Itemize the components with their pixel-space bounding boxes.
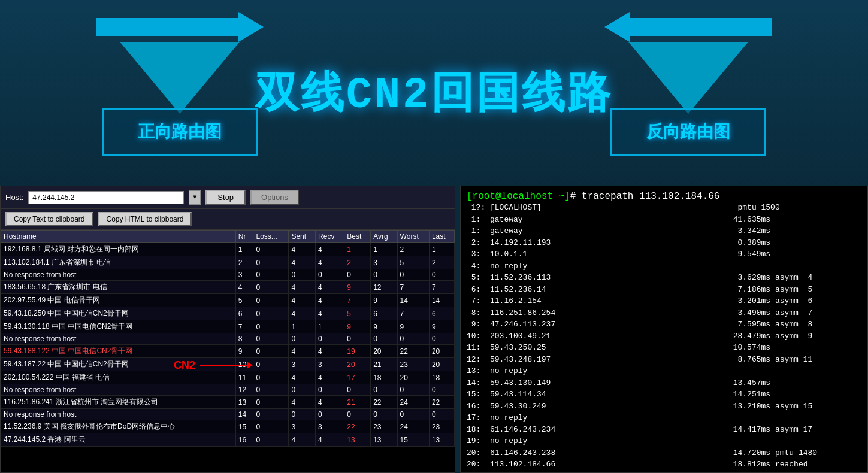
copy-text-button[interactable]: Copy Text to clipboard xyxy=(5,212,93,226)
mtr-table: HostnameNrLoss...SentRecvBestAvrgWorstLa… xyxy=(1,230,455,472)
table-row: 202.100.54.222 中国 福建省 电信1104417182018 xyxy=(1,371,455,384)
table-header: Loss... xyxy=(253,231,289,243)
terminal-line: 3: 10.0.1.1 9.549ms xyxy=(467,248,861,260)
terminal-line: 11: 59.43.250.25 10.574ms xyxy=(467,342,861,354)
terminal-line: 14: 59.43.130.149 13.457ms xyxy=(467,377,861,389)
table-header: Avrg xyxy=(371,231,397,243)
table-row: 59.43.130.118 中国 中国电信CN2骨干网70119999 xyxy=(1,320,455,333)
table-row: 113.102.184.1 广东省深圳市 电信20442352 xyxy=(1,256,455,269)
terminal-line: 10: 203.100.49.21 28.479ms asymm 9 xyxy=(467,331,861,342)
right-triangle-down xyxy=(628,42,748,114)
left-triangle-down xyxy=(120,42,240,114)
table-row: 116.251.86.241 浙江省杭州市 淘宝网络有限公司1304421222… xyxy=(1,396,455,409)
right-panel-wrapper: [root@localhost ~]# tracepath 113.102.18… xyxy=(460,186,868,473)
terminal-content: [root@localhost ~]# tracepath 113.102.18… xyxy=(467,191,861,473)
host-label: Host: xyxy=(5,193,23,202)
dropdown-btn[interactable]: ▼ xyxy=(189,190,201,205)
right-label: 反向路由图 xyxy=(646,120,730,143)
main-title: 双线CN2回国线路 xyxy=(255,64,613,122)
terminal-line: 9: 47.246.113.237 7.595ms asymm 8 xyxy=(467,319,861,331)
table-row: 47.244.145.2 香港 阿里云1604413131513 xyxy=(1,433,455,447)
stop-button[interactable]: Stop xyxy=(205,190,246,205)
terminal-line: 1: gateway 41.635ms xyxy=(467,214,861,226)
terminal-line: 18: 61.146.243.234 14.417ms asymm 17 xyxy=(467,424,861,436)
host-input[interactable] xyxy=(28,191,184,204)
terminal-line: 1?: [LOCALHOST] pmtu 1500 xyxy=(467,202,861,214)
terminal-line: 15: 59.43.114.34 14.251ms xyxy=(467,389,861,401)
table-row: 11.52.236.9 美国 俄亥俄外哥伦布市DoD网络信息中心15033222… xyxy=(1,420,455,433)
table-row: No response from host120000000 xyxy=(1,384,455,396)
terminal-line: 17: no reply xyxy=(467,412,861,424)
cn2-label-left: CN2 xyxy=(174,359,195,372)
table-row: No response from host80000000 xyxy=(1,333,455,345)
table-row: No response from host140000000 xyxy=(1,409,455,420)
terminal-panel: [root@localhost ~]# tracepath 113.102.18… xyxy=(460,186,868,473)
terminal-prompt-line: [root@localhost ~]# tracepath 113.102.18… xyxy=(467,191,861,202)
terminal-line: 16: 59.43.30.249 13.210ms asymm 15 xyxy=(467,401,861,413)
table-row: No response from host30000000 xyxy=(1,269,455,281)
table-header: Hostname xyxy=(1,231,236,243)
table-header: Worst xyxy=(397,231,429,243)
terminal-line: 8: 116.251.86.254 3.490ms asymm 7 xyxy=(467,307,861,319)
terminal-line: 2: 14.192.11.193 0.389ms xyxy=(467,237,861,249)
terminal-line: 6: 11.52.236.14 7.186ms asymm 5 xyxy=(467,284,861,296)
copy-html-button[interactable]: Copy HTML to clipboard xyxy=(98,212,192,226)
terminal-line: 20: 113.102.184.66 18.812ms reached xyxy=(467,459,861,471)
table-row: 202.97.55.49 中国 电信骨干网5044791414 xyxy=(1,294,455,307)
terminal-line: 12: 59.43.248.197 8.765ms asymm 11 xyxy=(467,354,861,366)
terminal-line: 19: no reply xyxy=(467,435,861,447)
left-panel: Host: ▼ Stop Options Copy Text to clipbo… xyxy=(0,186,455,473)
terminal-line: 4: no reply xyxy=(467,260,861,272)
terminal-line: 7: 11.16.2.154 3.201ms asymm 6 xyxy=(467,295,861,307)
left-label: 正向路由图 xyxy=(138,120,222,143)
table-row: 192.168.8.1 局域网 对方和您在同一内部网10441121 xyxy=(1,243,455,256)
options-button[interactable]: Options xyxy=(250,190,299,205)
bottom-section: Host: ▼ Stop Options Copy Text to clipbo… xyxy=(0,186,868,473)
right-label-box: 反向路由图 xyxy=(610,108,766,156)
table-row: 183.56.65.18 广东省深圳市 电信404491277 xyxy=(1,281,455,294)
clipboard-bar: Copy Text to clipboard Copy HTML to clip… xyxy=(1,209,455,230)
table-row: 59.43.188.122 中国 中国电信CN2骨干网904419202220 xyxy=(1,345,455,358)
top-banner: 正向路由图 双线CN2回国线路 反向路由图 xyxy=(0,0,868,186)
left-arrow-group: 正向路由图 xyxy=(96,12,264,156)
table-header: Best xyxy=(344,231,371,243)
terminal-line: 5: 11.52.236.113 3.629ms asymm 4 xyxy=(467,272,861,284)
left-label-box: 正向路由图 xyxy=(102,108,258,156)
right-horizontal-arrow xyxy=(604,12,772,42)
table-header: Last xyxy=(429,231,454,243)
toolbar: Host: ▼ Stop Options xyxy=(1,186,455,209)
table-row: 59.43.18.250 中国 中国电信CN2骨干网60445676 xyxy=(1,307,455,320)
terminal-line: 20: 61.146.243.238 14.720ms pmtu 1480 xyxy=(467,447,861,459)
cn2-annotation-left: CN2 xyxy=(174,359,248,372)
right-arrow-group: 反向路由图 xyxy=(604,12,772,156)
table-header: Nr xyxy=(235,231,253,243)
terminal-line: Resume: pmtu 1480 hops 20 back 17 xyxy=(467,471,861,474)
left-horizontal-arrow xyxy=(96,12,264,42)
table-header: Recv xyxy=(316,231,344,243)
table-header: Sent xyxy=(289,231,316,243)
panel-separator xyxy=(455,186,460,473)
terminal-line: 1: gateway 3.342ms xyxy=(467,225,861,237)
terminal-line: 13: no reply xyxy=(467,365,861,377)
